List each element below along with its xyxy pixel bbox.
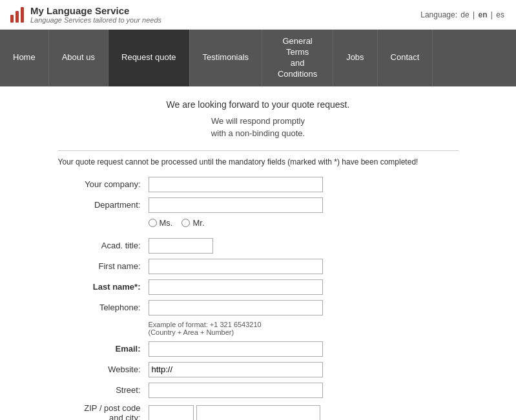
nav-testimonials[interactable]: Testimonials <box>190 30 263 86</box>
nav-contact[interactable]: Contact <box>378 30 433 86</box>
street-row: Street: <box>58 383 459 398</box>
nav-request-quote[interactable]: Request quote <box>108 30 190 86</box>
website-input[interactable] <box>149 362 323 377</box>
last-name-input[interactable] <box>149 279 323 295</box>
salutation-ms-label[interactable]: Ms. <box>149 218 173 228</box>
company-input[interactable] <box>149 177 323 192</box>
salutation-mr-text: Mr. <box>192 218 204 228</box>
quote-form: Your company: Department: Ms. Mr. <box>58 177 459 420</box>
bar3 <box>21 7 24 23</box>
telephone-label: Telephone: <box>58 303 149 312</box>
bar1 <box>10 15 14 23</box>
first-name-label: First name: <box>58 261 149 271</box>
salutation-group: Ms. Mr. <box>149 218 205 228</box>
last-name-label: Last name*: <box>58 282 149 292</box>
bar2 <box>15 11 19 23</box>
logo-subtitle: Language Services tailored to your needs <box>30 16 161 24</box>
zip-label: ZIP / post codeand city: <box>58 403 149 420</box>
lang-en-link[interactable]: en <box>479 10 488 19</box>
nav-home[interactable]: Home <box>0 30 49 86</box>
salutation-ms-radio[interactable] <box>149 219 157 227</box>
nav-terms[interactable]: General Termsand Conditions <box>262 30 333 86</box>
logo-icon <box>10 7 24 23</box>
lang-de-link[interactable]: de <box>460 10 469 19</box>
acad-title-label: Acad. title: <box>58 241 149 250</box>
salutation-mr-label[interactable]: Mr. <box>181 218 204 228</box>
telephone-row: Telephone: <box>58 300 459 315</box>
last-name-row: Last name*: <box>58 279 459 295</box>
street-input[interactable] <box>149 383 323 398</box>
email-label: Email: <box>58 344 149 354</box>
acad-title-row: Acad. title: <box>58 238 459 254</box>
city-input[interactable] <box>196 405 320 420</box>
telephone-input[interactable] <box>149 300 323 315</box>
first-name-row: First name: <box>58 259 459 274</box>
lang-es-link[interactable]: es <box>496 10 504 19</box>
salutation-mr-radio[interactable] <box>181 219 190 227</box>
email-input[interactable] <box>149 341 323 357</box>
welcome-line1: We are looking forward to your quote req… <box>58 99 459 110</box>
salutation-ms-text: Ms. <box>160 218 173 228</box>
logo-area: My Language Service Language Services ta… <box>10 5 161 24</box>
nav-about[interactable]: About us <box>49 30 108 86</box>
logo-text: My Language Service Language Services ta… <box>30 5 161 24</box>
company-row: Your company: <box>58 177 459 192</box>
email-row: Email: <box>58 341 459 357</box>
main-nav: Home About us Request quote Testimonials… <box>0 30 516 86</box>
street-label: Street: <box>58 385 149 395</box>
department-label: Department: <box>58 200 149 210</box>
acad-title-input[interactable] <box>149 238 213 254</box>
first-name-input[interactable] <box>149 259 323 274</box>
salutation-row: Ms. Mr. <box>58 218 459 233</box>
welcome-section: We are looking forward to your quote req… <box>58 99 459 140</box>
mandatory-notice: Your quote request cannot be processed u… <box>58 150 459 166</box>
language-selector: Language: de | en | es <box>420 10 506 19</box>
language-label: Language: <box>420 10 457 19</box>
welcome-line2: We will respond promptlywith a non-bindi… <box>58 115 459 140</box>
header: My Language Service Language Services ta… <box>0 0 516 30</box>
website-label: Website: <box>58 365 149 374</box>
zip-row: ZIP / post codeand city: <box>58 403 459 420</box>
zip-input[interactable] <box>149 405 194 420</box>
company-label: Your company: <box>58 179 149 189</box>
department-input[interactable] <box>149 197 323 213</box>
logo-title: My Language Service <box>30 5 161 16</box>
nav-jobs[interactable]: Jobs <box>333 30 377 86</box>
department-row: Department: <box>58 197 459 213</box>
main-content: We are looking forward to your quote req… <box>39 86 478 420</box>
phone-hint: Example of format: +1 321 6543210(Countr… <box>149 321 459 336</box>
website-row: Website: <box>58 362 459 377</box>
